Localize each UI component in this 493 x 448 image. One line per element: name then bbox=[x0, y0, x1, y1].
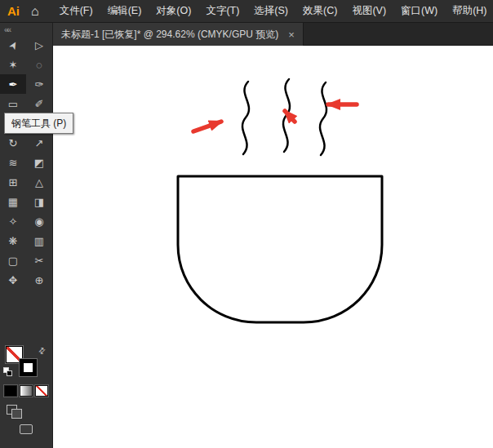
rotate-tool-icon: ↻ bbox=[9, 138, 18, 149]
swap-fill-stroke-icon[interactable]: ⇄ bbox=[36, 345, 47, 357]
menu-object[interactable]: 对象(O) bbox=[149, 0, 198, 22]
menu-type[interactable]: 文字(T) bbox=[198, 0, 246, 22]
color-mode-button[interactable] bbox=[4, 385, 17, 397]
menu-edit[interactable]: 编辑(E) bbox=[100, 0, 149, 22]
blend-tool[interactable]: ◉ bbox=[26, 211, 52, 231]
menu-items: 文件(F) 编辑(E) 对象(O) 文字(T) 选择(S) 效果(C) 视图(V… bbox=[52, 0, 493, 22]
symbol-sprayer-tool-icon: ❋ bbox=[9, 236, 18, 246]
tool-grid: ➤ ▷ ✶ ◌ ✒ ✑ ▭ ✐ ✎ ◪ ↻ ↗ ≋ ◩ ⊞ △ ▦ ◨ ✧ ◉ … bbox=[0, 35, 52, 290]
menu-file[interactable]: 文件(F) bbox=[52, 0, 100, 22]
width-tool-icon: ≋ bbox=[9, 157, 18, 168]
pen-tool-tooltip-text: 钢笔工具 (P) bbox=[11, 118, 66, 129]
zoom-tool-icon: ⊕ bbox=[35, 275, 44, 286]
free-transform-tool[interactable]: ◩ bbox=[26, 153, 52, 172]
menu-bar: Ai ⌂ 文件(F) 编辑(E) 对象(O) 文字(T) 选择(S) 效果(C)… bbox=[0, 0, 493, 23]
default-stroke-mini bbox=[7, 370, 12, 376]
rectangle-tool[interactable]: ▭ bbox=[0, 94, 26, 113]
selection-tool[interactable]: ➤ bbox=[0, 35, 26, 55]
scale-tool[interactable]: ↗ bbox=[26, 133, 52, 153]
screen-mode-icon[interactable] bbox=[20, 424, 33, 434]
direct-selection-tool-icon: ▷ bbox=[35, 40, 43, 51]
illustrator-window: Ai ⌂ 文件(F) 编辑(E) 对象(O) 文字(T) 选择(S) 效果(C)… bbox=[0, 0, 493, 448]
magic-wand-tool[interactable]: ✶ bbox=[0, 55, 26, 74]
hand-tool[interactable]: ✥ bbox=[0, 270, 26, 290]
rectangle-tool-icon: ▭ bbox=[8, 99, 18, 109]
selection-tool-icon: ➤ bbox=[7, 38, 20, 51]
steam-line-3[interactable] bbox=[320, 82, 326, 155]
gradient-mode-button[interactable] bbox=[20, 385, 33, 397]
blend-tool-icon: ◉ bbox=[34, 216, 43, 227]
column-graph-tool-icon: ▥ bbox=[34, 236, 44, 246]
gradient-tool-icon: ◨ bbox=[34, 197, 44, 207]
eyedropper-tool-icon: ✧ bbox=[9, 216, 18, 227]
artboard-tool[interactable]: ▢ bbox=[0, 251, 26, 270]
lasso-tool[interactable]: ◌ bbox=[26, 55, 52, 74]
document-tab-title: 未标题-1 [已恢复]* @ 294.62% (CMYK/GPU 预览) bbox=[61, 28, 278, 42]
paint-mode-buttons bbox=[4, 385, 48, 397]
shape-builder-tool-icon: ⊞ bbox=[9, 177, 18, 188]
free-transform-tool-icon: ◩ bbox=[34, 157, 44, 168]
symbol-sprayer-tool[interactable]: ❋ bbox=[0, 231, 26, 251]
none-mode-button[interactable] bbox=[35, 385, 48, 397]
stroke-color-swatch[interactable] bbox=[20, 359, 37, 376]
menu-effect[interactable]: 效果(C) bbox=[295, 0, 344, 22]
magic-wand-tool-icon: ✶ bbox=[9, 60, 18, 70]
artwork-svg bbox=[53, 46, 493, 448]
artboard-tool-icon: ▢ bbox=[8, 255, 18, 266]
menu-help[interactable]: 帮助(H) bbox=[445, 0, 493, 22]
pen-tool-tooltip: 钢笔工具 (P) bbox=[4, 113, 73, 134]
slice-tool[interactable]: ✂ bbox=[26, 251, 52, 270]
paintbrush-tool-icon: ✐ bbox=[35, 99, 44, 109]
mesh-tool[interactable]: ▦ bbox=[0, 192, 26, 211]
document-tab[interactable]: 未标题-1 [已恢复]* @ 294.62% (CMYK/GPU 预览) × bbox=[53, 23, 304, 46]
collapse-panel-icon[interactable]: «« bbox=[0, 23, 52, 35]
draw-behind-square bbox=[11, 409, 22, 419]
paintbrush-tool[interactable]: ✐ bbox=[26, 94, 52, 113]
direct-selection-tool[interactable]: ▷ bbox=[26, 35, 52, 55]
pen-tool[interactable]: ✒ bbox=[0, 74, 26, 94]
width-tool[interactable]: ≋ bbox=[0, 153, 26, 172]
app-logo-icon[interactable]: Ai bbox=[0, 4, 28, 18]
home-icon[interactable]: ⌂ bbox=[28, 4, 52, 19]
canvas-area[interactable] bbox=[53, 46, 493, 448]
curvature-tool[interactable]: ✑ bbox=[26, 74, 52, 94]
drawing-modes-icon[interactable] bbox=[7, 405, 24, 419]
tools-panel: «« ➤ ▷ ✶ ◌ ✒ ✑ ▭ ✐ ✎ ◪ ↻ ↗ ≋ ◩ ⊞ △ ▦ ◨ ✧… bbox=[0, 23, 53, 448]
curvature-tool-icon: ✑ bbox=[35, 79, 44, 90]
perspective-grid-tool-icon: △ bbox=[35, 177, 43, 188]
mesh-tool-icon: ▦ bbox=[8, 197, 18, 207]
gradient-tool[interactable]: ◨ bbox=[26, 192, 52, 211]
default-fill-stroke-icon[interactable] bbox=[3, 367, 13, 377]
rotate-tool[interactable]: ↻ bbox=[0, 133, 26, 153]
color-controls: ⇄ bbox=[0, 343, 53, 447]
shape-builder-tool[interactable]: ⊞ bbox=[0, 172, 26, 192]
steam-line-1[interactable] bbox=[242, 82, 249, 154]
tab-bar: 未标题-1 [已恢复]* @ 294.62% (CMYK/GPU 预览) × bbox=[53, 23, 493, 46]
cup-outline-shape[interactable] bbox=[178, 176, 382, 322]
eyedropper-tool[interactable]: ✧ bbox=[0, 211, 26, 231]
tab-close-icon[interactable]: × bbox=[288, 29, 295, 41]
hand-tool-icon: ✥ bbox=[9, 275, 18, 286]
pen-tool-icon: ✒ bbox=[9, 79, 18, 90]
zoom-tool[interactable]: ⊕ bbox=[26, 270, 52, 290]
column-graph-tool[interactable]: ▥ bbox=[26, 231, 52, 251]
lasso-tool-icon: ◌ bbox=[36, 60, 42, 70]
scale-tool-icon: ↗ bbox=[35, 138, 44, 149]
menu-view[interactable]: 视图(V) bbox=[344, 0, 393, 22]
slice-tool-icon: ✂ bbox=[35, 255, 44, 266]
menu-window[interactable]: 窗口(W) bbox=[393, 0, 445, 22]
annotation-arrow-left bbox=[193, 122, 221, 131]
menu-select[interactable]: 选择(S) bbox=[246, 0, 295, 22]
perspective-grid-tool[interactable]: △ bbox=[26, 172, 52, 192]
